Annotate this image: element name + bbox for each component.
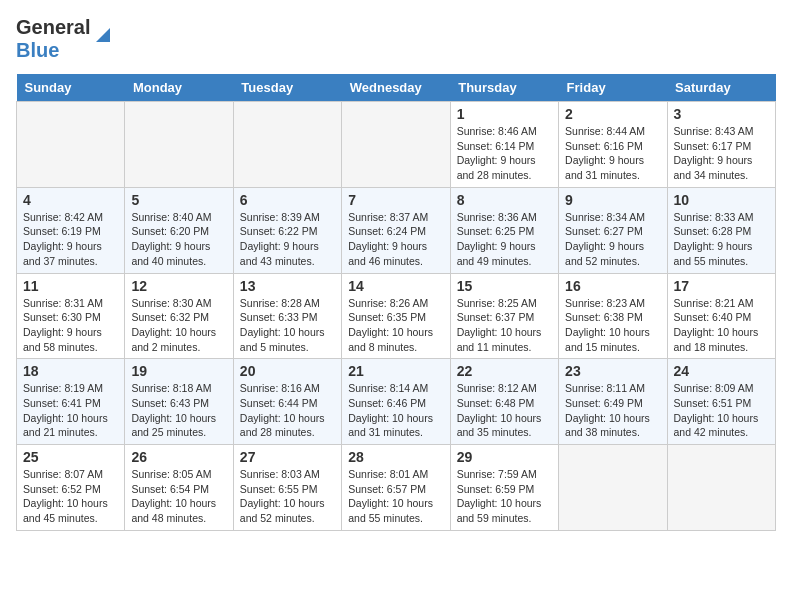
day-number: 11 xyxy=(23,278,118,294)
calendar-cell: 1Sunrise: 8:46 AM Sunset: 6:14 PM Daylig… xyxy=(450,102,558,188)
calendar-cell: 16Sunrise: 8:23 AM Sunset: 6:38 PM Dayli… xyxy=(559,273,667,359)
calendar-cell: 4Sunrise: 8:42 AM Sunset: 6:19 PM Daylig… xyxy=(17,187,125,273)
day-info: Sunrise: 8:26 AM Sunset: 6:35 PM Dayligh… xyxy=(348,296,443,355)
day-info: Sunrise: 8:39 AM Sunset: 6:22 PM Dayligh… xyxy=(240,210,335,269)
column-header-friday: Friday xyxy=(559,74,667,102)
calendar-cell xyxy=(17,102,125,188)
calendar-week-row: 1Sunrise: 8:46 AM Sunset: 6:14 PM Daylig… xyxy=(17,102,776,188)
day-number: 6 xyxy=(240,192,335,208)
day-number: 26 xyxy=(131,449,226,465)
calendar-cell: 22Sunrise: 8:12 AM Sunset: 6:48 PM Dayli… xyxy=(450,359,558,445)
calendar-cell: 7Sunrise: 8:37 AM Sunset: 6:24 PM Daylig… xyxy=(342,187,450,273)
calendar-week-row: 18Sunrise: 8:19 AM Sunset: 6:41 PM Dayli… xyxy=(17,359,776,445)
day-number: 28 xyxy=(348,449,443,465)
day-info: Sunrise: 8:16 AM Sunset: 6:44 PM Dayligh… xyxy=(240,381,335,440)
day-number: 25 xyxy=(23,449,118,465)
day-info: Sunrise: 8:36 AM Sunset: 6:25 PM Dayligh… xyxy=(457,210,552,269)
day-number: 7 xyxy=(348,192,443,208)
calendar-cell: 18Sunrise: 8:19 AM Sunset: 6:41 PM Dayli… xyxy=(17,359,125,445)
day-info: Sunrise: 8:44 AM Sunset: 6:16 PM Dayligh… xyxy=(565,124,660,183)
calendar-cell: 15Sunrise: 8:25 AM Sunset: 6:37 PM Dayli… xyxy=(450,273,558,359)
day-info: Sunrise: 8:25 AM Sunset: 6:37 PM Dayligh… xyxy=(457,296,552,355)
logo-container: General Blue xyxy=(16,16,114,62)
day-info: Sunrise: 8:46 AM Sunset: 6:14 PM Dayligh… xyxy=(457,124,552,183)
calendar-cell: 24Sunrise: 8:09 AM Sunset: 6:51 PM Dayli… xyxy=(667,359,775,445)
calendar-cell: 20Sunrise: 8:16 AM Sunset: 6:44 PM Dayli… xyxy=(233,359,341,445)
day-info: Sunrise: 8:28 AM Sunset: 6:33 PM Dayligh… xyxy=(240,296,335,355)
calendar-cell: 11Sunrise: 8:31 AM Sunset: 6:30 PM Dayli… xyxy=(17,273,125,359)
day-info: Sunrise: 8:01 AM Sunset: 6:57 PM Dayligh… xyxy=(348,467,443,526)
calendar-week-row: 25Sunrise: 8:07 AM Sunset: 6:52 PM Dayli… xyxy=(17,445,776,531)
day-number: 12 xyxy=(131,278,226,294)
calendar-cell: 13Sunrise: 8:28 AM Sunset: 6:33 PM Dayli… xyxy=(233,273,341,359)
calendar-cell xyxy=(342,102,450,188)
logo-general: General xyxy=(16,16,90,38)
calendar-cell: 6Sunrise: 8:39 AM Sunset: 6:22 PM Daylig… xyxy=(233,187,341,273)
calendar-cell: 12Sunrise: 8:30 AM Sunset: 6:32 PM Dayli… xyxy=(125,273,233,359)
column-header-saturday: Saturday xyxy=(667,74,775,102)
logo: General Blue xyxy=(16,16,114,62)
day-number: 18 xyxy=(23,363,118,379)
calendar-cell: 5Sunrise: 8:40 AM Sunset: 6:20 PM Daylig… xyxy=(125,187,233,273)
day-number: 22 xyxy=(457,363,552,379)
calendar-cell: 27Sunrise: 8:03 AM Sunset: 6:55 PM Dayli… xyxy=(233,445,341,531)
day-info: Sunrise: 8:14 AM Sunset: 6:46 PM Dayligh… xyxy=(348,381,443,440)
day-number: 13 xyxy=(240,278,335,294)
calendar-cell: 26Sunrise: 8:05 AM Sunset: 6:54 PM Dayli… xyxy=(125,445,233,531)
calendar-cell: 25Sunrise: 8:07 AM Sunset: 6:52 PM Dayli… xyxy=(17,445,125,531)
day-info: Sunrise: 8:03 AM Sunset: 6:55 PM Dayligh… xyxy=(240,467,335,526)
calendar-cell: 10Sunrise: 8:33 AM Sunset: 6:28 PM Dayli… xyxy=(667,187,775,273)
day-info: Sunrise: 8:19 AM Sunset: 6:41 PM Dayligh… xyxy=(23,381,118,440)
calendar-cell: 23Sunrise: 8:11 AM Sunset: 6:49 PM Dayli… xyxy=(559,359,667,445)
day-info: Sunrise: 8:09 AM Sunset: 6:51 PM Dayligh… xyxy=(674,381,769,440)
day-info: Sunrise: 8:31 AM Sunset: 6:30 PM Dayligh… xyxy=(23,296,118,355)
day-number: 2 xyxy=(565,106,660,122)
calendar-table: SundayMondayTuesdayWednesdayThursdayFrid… xyxy=(16,74,776,531)
calendar-cell xyxy=(559,445,667,531)
calendar-cell xyxy=(667,445,775,531)
day-number: 10 xyxy=(674,192,769,208)
calendar-cell: 14Sunrise: 8:26 AM Sunset: 6:35 PM Dayli… xyxy=(342,273,450,359)
day-info: Sunrise: 7:59 AM Sunset: 6:59 PM Dayligh… xyxy=(457,467,552,526)
day-number: 17 xyxy=(674,278,769,294)
column-header-tuesday: Tuesday xyxy=(233,74,341,102)
calendar-cell xyxy=(125,102,233,188)
day-number: 16 xyxy=(565,278,660,294)
day-number: 4 xyxy=(23,192,118,208)
column-header-sunday: Sunday xyxy=(17,74,125,102)
day-number: 20 xyxy=(240,363,335,379)
column-header-thursday: Thursday xyxy=(450,74,558,102)
logo-blue: Blue xyxy=(16,39,59,61)
calendar-cell: 19Sunrise: 8:18 AM Sunset: 6:43 PM Dayli… xyxy=(125,359,233,445)
day-info: Sunrise: 8:33 AM Sunset: 6:28 PM Dayligh… xyxy=(674,210,769,269)
day-number: 9 xyxy=(565,192,660,208)
day-info: Sunrise: 8:11 AM Sunset: 6:49 PM Dayligh… xyxy=(565,381,660,440)
day-number: 15 xyxy=(457,278,552,294)
day-number: 8 xyxy=(457,192,552,208)
day-info: Sunrise: 8:07 AM Sunset: 6:52 PM Dayligh… xyxy=(23,467,118,526)
column-header-monday: Monday xyxy=(125,74,233,102)
day-info: Sunrise: 8:34 AM Sunset: 6:27 PM Dayligh… xyxy=(565,210,660,269)
day-info: Sunrise: 8:12 AM Sunset: 6:48 PM Dayligh… xyxy=(457,381,552,440)
day-number: 14 xyxy=(348,278,443,294)
calendar-cell: 17Sunrise: 8:21 AM Sunset: 6:40 PM Dayli… xyxy=(667,273,775,359)
day-info: Sunrise: 8:21 AM Sunset: 6:40 PM Dayligh… xyxy=(674,296,769,355)
calendar-cell: 21Sunrise: 8:14 AM Sunset: 6:46 PM Dayli… xyxy=(342,359,450,445)
day-number: 5 xyxy=(131,192,226,208)
day-info: Sunrise: 8:23 AM Sunset: 6:38 PM Dayligh… xyxy=(565,296,660,355)
day-info: Sunrise: 8:42 AM Sunset: 6:19 PM Dayligh… xyxy=(23,210,118,269)
day-info: Sunrise: 8:43 AM Sunset: 6:17 PM Dayligh… xyxy=(674,124,769,183)
logo-triangle-icon xyxy=(92,24,114,46)
calendar-cell: 3Sunrise: 8:43 AM Sunset: 6:17 PM Daylig… xyxy=(667,102,775,188)
day-number: 3 xyxy=(674,106,769,122)
logo-text: General Blue xyxy=(16,16,90,62)
calendar-cell: 2Sunrise: 8:44 AM Sunset: 6:16 PM Daylig… xyxy=(559,102,667,188)
day-number: 19 xyxy=(131,363,226,379)
calendar-header-row: SundayMondayTuesdayWednesdayThursdayFrid… xyxy=(17,74,776,102)
column-header-wednesday: Wednesday xyxy=(342,74,450,102)
page-header: General Blue xyxy=(16,16,776,62)
calendar-week-row: 4Sunrise: 8:42 AM Sunset: 6:19 PM Daylig… xyxy=(17,187,776,273)
calendar-week-row: 11Sunrise: 8:31 AM Sunset: 6:30 PM Dayli… xyxy=(17,273,776,359)
day-info: Sunrise: 8:40 AM Sunset: 6:20 PM Dayligh… xyxy=(131,210,226,269)
calendar-cell: 8Sunrise: 8:36 AM Sunset: 6:25 PM Daylig… xyxy=(450,187,558,273)
